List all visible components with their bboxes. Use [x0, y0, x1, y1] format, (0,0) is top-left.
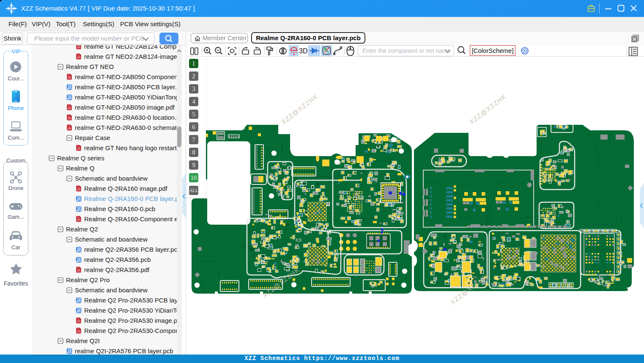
- svg-text:XZZ@XZZHK: XZZ@XZZHK: [468, 92, 508, 126]
- svg-text:XZZ@XZZHK: XZZ@XZZHK: [280, 92, 320, 126]
